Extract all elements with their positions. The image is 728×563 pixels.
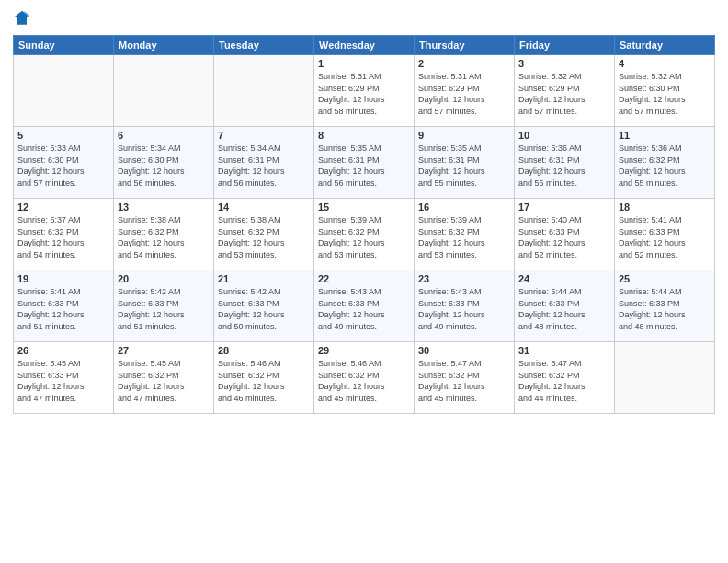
svg-marker-0	[15, 11, 30, 25]
calendar-cell: 31Sunrise: 5:47 AMSunset: 6:32 PMDayligh…	[515, 342, 615, 414]
day-number: 8	[318, 130, 410, 141]
day-number: 24	[518, 273, 610, 284]
week-row-3: 12Sunrise: 5:37 AMSunset: 6:32 PMDayligh…	[14, 199, 715, 270]
day-info: Sunrise: 5:46 AMSunset: 6:32 PMDaylight:…	[218, 358, 310, 404]
calendar-cell: 19Sunrise: 5:41 AMSunset: 6:33 PMDayligh…	[14, 270, 114, 342]
day-number: 5	[17, 130, 109, 141]
calendar-cell: 14Sunrise: 5:38 AMSunset: 6:32 PMDayligh…	[214, 199, 314, 270]
day-number: 4	[619, 58, 711, 69]
calendar-cell: 25Sunrise: 5:44 AMSunset: 6:33 PMDayligh…	[615, 270, 715, 342]
day-number: 18	[619, 201, 711, 213]
week-row-2: 5Sunrise: 5:33 AMSunset: 6:30 PMDaylight…	[14, 127, 715, 199]
day-number: 11	[619, 130, 711, 141]
day-info: Sunrise: 5:35 AMSunset: 6:31 PMDaylight:…	[318, 143, 410, 189]
day-info: Sunrise: 5:34 AMSunset: 6:31 PMDaylight:…	[218, 143, 310, 189]
day-number: 26	[17, 345, 109, 356]
day-number: 22	[318, 273, 410, 284]
calendar-cell: 8Sunrise: 5:35 AMSunset: 6:31 PMDaylight…	[314, 127, 415, 199]
day-info: Sunrise: 5:32 AMSunset: 6:29 PMDaylight:…	[518, 71, 610, 117]
day-number: 1	[318, 58, 410, 69]
day-number: 17	[518, 201, 610, 213]
day-info: Sunrise: 5:33 AMSunset: 6:30 PMDaylight:…	[17, 143, 109, 189]
day-info: Sunrise: 5:43 AMSunset: 6:33 PMDaylight:…	[318, 286, 410, 332]
day-number: 2	[418, 58, 510, 69]
calendar-cell: 22Sunrise: 5:43 AMSunset: 6:33 PMDayligh…	[314, 270, 415, 342]
day-number: 27	[118, 345, 210, 356]
day-number: 19	[17, 273, 109, 284]
day-info: Sunrise: 5:47 AMSunset: 6:32 PMDaylight:…	[518, 358, 610, 404]
calendar-cell: 23Sunrise: 5:43 AMSunset: 6:33 PMDayligh…	[415, 270, 515, 342]
calendar-cell: 28Sunrise: 5:46 AMSunset: 6:32 PMDayligh…	[214, 342, 314, 414]
calendar-cell: 20Sunrise: 5:42 AMSunset: 6:33 PMDayligh…	[114, 270, 214, 342]
calendar-cell: 29Sunrise: 5:46 AMSunset: 6:32 PMDayligh…	[314, 342, 415, 414]
day-info: Sunrise: 5:45 AMSunset: 6:33 PMDaylight:…	[17, 358, 109, 404]
weekday-header-monday: Monday	[114, 36, 214, 55]
day-number: 12	[17, 201, 109, 213]
day-info: Sunrise: 5:47 AMSunset: 6:32 PMDaylight:…	[418, 358, 510, 404]
calendar-cell	[14, 55, 114, 127]
calendar-cell: 6Sunrise: 5:34 AMSunset: 6:30 PMDaylight…	[114, 127, 214, 199]
calendar-cell: 30Sunrise: 5:47 AMSunset: 6:32 PMDayligh…	[415, 342, 515, 414]
day-number: 13	[118, 201, 210, 213]
day-number: 15	[318, 201, 410, 213]
day-info: Sunrise: 5:34 AMSunset: 6:30 PMDaylight:…	[118, 143, 210, 189]
calendar-cell	[615, 342, 715, 414]
weekday-header-sunday: Sunday	[14, 36, 114, 55]
week-row-5: 26Sunrise: 5:45 AMSunset: 6:33 PMDayligh…	[14, 342, 715, 414]
calendar-cell	[214, 55, 314, 127]
weekday-header-thursday: Thursday	[415, 36, 515, 55]
day-number: 20	[118, 273, 210, 284]
header	[13, 9, 715, 28]
day-number: 6	[118, 130, 210, 141]
calendar-cell: 17Sunrise: 5:40 AMSunset: 6:33 PMDayligh…	[515, 199, 615, 270]
weekday-header-friday: Friday	[515, 36, 615, 55]
day-info: Sunrise: 5:46 AMSunset: 6:32 PMDaylight:…	[318, 358, 410, 404]
weekday-header-saturday: Saturday	[615, 36, 715, 55]
calendar-cell: 10Sunrise: 5:36 AMSunset: 6:31 PMDayligh…	[515, 127, 615, 199]
calendar-cell: 12Sunrise: 5:37 AMSunset: 6:32 PMDayligh…	[14, 199, 114, 270]
day-info: Sunrise: 5:32 AMSunset: 6:30 PMDaylight:…	[619, 71, 711, 117]
day-info: Sunrise: 5:31 AMSunset: 6:29 PMDaylight:…	[418, 71, 510, 117]
calendar-cell: 2Sunrise: 5:31 AMSunset: 6:29 PMDaylight…	[415, 55, 515, 127]
day-info: Sunrise: 5:41 AMSunset: 6:33 PMDaylight:…	[17, 286, 109, 332]
weekday-header-row: SundayMondayTuesdayWednesdayThursdayFrid…	[14, 36, 715, 55]
calendar-cell: 9Sunrise: 5:35 AMSunset: 6:31 PMDaylight…	[415, 127, 515, 199]
day-info: Sunrise: 5:39 AMSunset: 6:32 PMDaylight:…	[418, 214, 510, 260]
page: SundayMondayTuesdayWednesdayThursdayFrid…	[0, 0, 728, 563]
calendar-cell: 16Sunrise: 5:39 AMSunset: 6:32 PMDayligh…	[415, 199, 515, 270]
weekday-header-tuesday: Tuesday	[214, 36, 314, 55]
day-info: Sunrise: 5:38 AMSunset: 6:32 PMDaylight:…	[118, 214, 210, 260]
calendar-cell	[114, 55, 214, 127]
day-info: Sunrise: 5:42 AMSunset: 6:33 PMDaylight:…	[118, 286, 210, 332]
day-info: Sunrise: 5:41 AMSunset: 6:33 PMDaylight:…	[619, 214, 711, 260]
day-number: 25	[619, 273, 711, 284]
logo-icon	[13, 9, 31, 28]
day-info: Sunrise: 5:43 AMSunset: 6:33 PMDaylight:…	[418, 286, 510, 332]
day-number: 31	[518, 345, 610, 356]
day-info: Sunrise: 5:39 AMSunset: 6:32 PMDaylight:…	[318, 214, 410, 260]
week-row-1: 1Sunrise: 5:31 AMSunset: 6:29 PMDaylight…	[14, 55, 715, 127]
calendar-cell: 18Sunrise: 5:41 AMSunset: 6:33 PMDayligh…	[615, 199, 715, 270]
calendar-cell: 15Sunrise: 5:39 AMSunset: 6:32 PMDayligh…	[314, 199, 415, 270]
day-number: 21	[218, 273, 310, 284]
day-number: 3	[518, 58, 610, 69]
day-number: 30	[418, 345, 510, 356]
calendar-cell: 3Sunrise: 5:32 AMSunset: 6:29 PMDaylight…	[515, 55, 615, 127]
day-info: Sunrise: 5:42 AMSunset: 6:33 PMDaylight:…	[218, 286, 310, 332]
calendar-table: SundayMondayTuesdayWednesdayThursdayFrid…	[13, 35, 715, 414]
calendar-cell: 24Sunrise: 5:44 AMSunset: 6:33 PMDayligh…	[515, 270, 615, 342]
calendar-cell: 26Sunrise: 5:45 AMSunset: 6:33 PMDayligh…	[14, 342, 114, 414]
day-number: 14	[218, 201, 310, 213]
day-number: 16	[418, 201, 510, 213]
day-number: 29	[318, 345, 410, 356]
day-info: Sunrise: 5:36 AMSunset: 6:31 PMDaylight:…	[518, 143, 610, 189]
calendar-cell: 5Sunrise: 5:33 AMSunset: 6:30 PMDaylight…	[14, 127, 114, 199]
day-info: Sunrise: 5:44 AMSunset: 6:33 PMDaylight:…	[619, 286, 711, 332]
day-number: 23	[418, 273, 510, 284]
calendar-cell: 21Sunrise: 5:42 AMSunset: 6:33 PMDayligh…	[214, 270, 314, 342]
day-info: Sunrise: 5:44 AMSunset: 6:33 PMDaylight:…	[518, 286, 610, 332]
calendar-cell: 4Sunrise: 5:32 AMSunset: 6:30 PMDaylight…	[615, 55, 715, 127]
calendar-cell: 27Sunrise: 5:45 AMSunset: 6:32 PMDayligh…	[114, 342, 214, 414]
day-info: Sunrise: 5:31 AMSunset: 6:29 PMDaylight:…	[318, 71, 410, 117]
logo	[13, 9, 35, 28]
